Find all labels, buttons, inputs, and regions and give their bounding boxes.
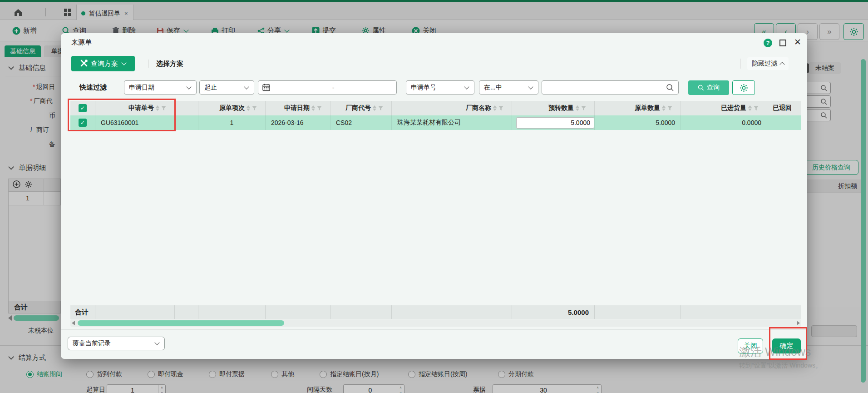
header-label: 预转数量 <box>548 104 574 112</box>
choose-scheme-link[interactable]: 选择方案 <box>156 60 183 68</box>
column-header-received_qty[interactable]: 已进货量 <box>681 101 767 115</box>
close-icon[interactable]: ✕ <box>792 36 804 48</box>
header-label: 原单项次 <box>219 104 245 112</box>
filter-field1-select[interactable]: 申请日期 <box>124 80 197 95</box>
totals-cell <box>330 305 392 319</box>
sort-icon[interactable] <box>311 105 315 111</box>
chevron-up-icon <box>779 62 784 67</box>
column-header-orig_qty[interactable]: 原单数量 <box>595 101 681 115</box>
scroll-left-icon[interactable] <box>72 321 75 325</box>
filter-funnel-icon[interactable] <box>754 106 759 111</box>
sort-icon[interactable] <box>493 105 497 111</box>
scheme-label: 查询方案 <box>91 60 118 68</box>
chevron-down-icon <box>121 60 126 65</box>
hide-filter-label: 隐藏过滤 <box>752 60 777 68</box>
footer-divider <box>61 329 807 330</box>
column-header-returned_qty[interactable]: 已退回 <box>767 101 801 115</box>
table-row[interactable]: ✓GU6316000112026-03-16CS02珠海某某耗材有限公司5.00… <box>70 115 801 130</box>
header-label: 申请日期 <box>284 104 310 112</box>
chevron-down-icon <box>154 340 159 345</box>
filter-field2-select[interactable]: 申请单号 <box>406 80 474 95</box>
pre-qty-input[interactable] <box>516 117 594 129</box>
chevron-down-icon <box>464 84 469 89</box>
header-label: 厂商代号 <box>345 104 371 112</box>
table-header-row: ✓申请单号原单项次申请日期厂商代号厂商名称预转数量原单数量已进货量已退回 <box>70 101 801 115</box>
column-header-pre_qty[interactable]: 预转数量 <box>512 101 595 115</box>
totals-cell <box>198 305 266 319</box>
app-root: 暂估退回单 × 新增查询删除保存打印分享提交属性关闭 «‹›» 基础信息 单据 … <box>0 0 868 393</box>
modal-horizontal-scrollbar[interactable] <box>70 319 801 327</box>
cell-orig_item: 1 <box>198 115 266 130</box>
totals-cell <box>392 305 512 319</box>
scroll-right-icon[interactable] <box>797 321 800 325</box>
totals-row: 合计5.0000 <box>70 305 801 319</box>
sort-icon[interactable] <box>748 105 752 111</box>
cell-apply_date: 2026-03-16 <box>266 115 330 130</box>
totals-cell <box>266 305 330 319</box>
scrollbar-thumb[interactable] <box>78 320 284 326</box>
hide-filter-toggle[interactable]: 隐藏过滤 <box>747 57 789 70</box>
select-value: 起止 <box>200 84 245 92</box>
header-label: 厂商名称 <box>466 104 491 112</box>
select-value: 申请日期 <box>124 84 187 92</box>
column-header-vendor_code[interactable]: 厂商代号 <box>330 101 392 115</box>
sort-icon[interactable] <box>373 105 376 111</box>
header-label: 已进货量 <box>721 104 746 112</box>
column-header-orig_item[interactable]: 原单项次 <box>198 101 266 115</box>
totals-cell: 合计 <box>70 305 95 319</box>
source-document-modal: 来源单 ? ✕ 查询方案 选择方案 隐藏过滤 快速过滤 申请日期 起止 - 申请… <box>61 33 807 359</box>
calendar-icon[interactable] <box>262 84 270 91</box>
sort-icon[interactable] <box>247 105 250 111</box>
filter-funnel-icon[interactable] <box>667 106 672 111</box>
help-icon[interactable]: ? <box>764 39 772 47</box>
select-value: 覆盖当前记录 <box>68 339 155 348</box>
filter-funnel-icon[interactable] <box>317 106 322 111</box>
quick-filter-label: 快速过滤 <box>79 83 107 92</box>
totals-cell <box>175 305 198 319</box>
filter-search-input[interactable] <box>542 80 679 95</box>
sort-icon[interactable] <box>576 105 579 111</box>
modal-title: 来源单 <box>71 38 92 47</box>
filter-funnel-icon[interactable] <box>581 106 586 111</box>
cell-received_qty: 0.0000 <box>681 115 767 130</box>
column-header-vendor_name[interactable]: 厂商名称 <box>392 101 512 115</box>
date-separator: - <box>270 84 396 91</box>
chevron-down-icon <box>528 84 533 89</box>
cell-pre_qty <box>512 115 595 130</box>
column-header-apply_date[interactable]: 申请日期 <box>266 101 330 115</box>
query-button[interactable]: 查询 <box>688 80 729 95</box>
cell-orig_qty: 5.0000 <box>595 115 681 130</box>
header-spacer <box>175 101 198 115</box>
date-range-input[interactable]: - <box>258 80 397 95</box>
cell-vendor_name: 珠海某某耗材有限公司 <box>392 115 512 130</box>
chevron-down-icon <box>244 84 249 89</box>
divider <box>148 60 148 68</box>
source-table: ✓申请单号原单项次申请日期厂商代号厂商名称预转数量原单数量已进货量已退回✓GU6… <box>70 101 801 130</box>
header-label: 原单数量 <box>635 104 660 112</box>
query-label: 查询 <box>707 84 720 92</box>
windows-activation-watermark: 激活 Windows <box>739 344 811 359</box>
filter-settings-button[interactable] <box>732 80 755 95</box>
header-label: 已退回 <box>773 104 792 112</box>
windows-activation-watermark-sub: 转到“设置”以激活 Windows。 <box>739 362 822 370</box>
filter-funnel-icon[interactable] <box>498 106 503 111</box>
search-icon[interactable] <box>666 84 674 92</box>
filter-funnel-icon[interactable] <box>252 106 257 111</box>
cell-vendor_code: CS02 <box>330 115 392 130</box>
totals-pre-qty: 5.0000 <box>512 308 594 316</box>
gear-icon <box>740 84 748 92</box>
select-value: 申请单号 <box>406 84 465 92</box>
filter-range-select[interactable]: 起止 <box>199 80 254 95</box>
search-icon <box>698 85 704 91</box>
totals-cell <box>681 305 767 319</box>
sort-icon[interactable] <box>662 105 666 111</box>
transfer-mode-select[interactable]: 覆盖当前记录 <box>68 337 165 350</box>
divider <box>740 59 740 69</box>
maximize-icon[interactable] <box>779 40 786 46</box>
filter-operator-select[interactable]: 在...中 <box>479 80 538 95</box>
select-value: 在...中 <box>479 84 529 92</box>
cell-returned_qty <box>767 115 801 130</box>
filter-funnel-icon[interactable] <box>378 106 383 111</box>
query-scheme-button[interactable]: 查询方案 <box>71 56 135 71</box>
totals-cell <box>95 305 175 319</box>
